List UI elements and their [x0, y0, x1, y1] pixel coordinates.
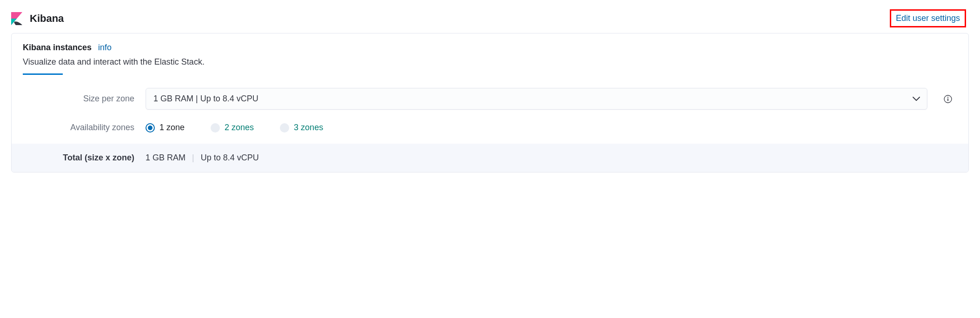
availability-zones-label: Availability zones [23, 123, 134, 132]
svg-point-1 [947, 97, 948, 98]
size-per-zone-label: Size per zone [23, 94, 134, 104]
edit-user-settings-link[interactable]: Edit user settings [896, 13, 960, 23]
title-group: Kibana [11, 12, 64, 25]
total-label: Total (size x zone) [23, 153, 134, 163]
divider: | [192, 153, 194, 163]
size-per-zone-select[interactable]: 1 GB RAM | Up to 8.4 vCPU [146, 88, 927, 110]
radio-icon [280, 123, 289, 132]
zones-radio-group: 1 zone 2 zones 3 zones [146, 123, 927, 132]
total-row: Total (size x zone) 1 GB RAM | Up to 8.4… [12, 144, 968, 172]
card-subtitle: Visualize data and interact with the Ela… [23, 57, 957, 67]
radio-icon [146, 123, 155, 132]
form-section: Size per zone 1 GB RAM | Up to 8.4 vCPU [12, 75, 968, 132]
radio-label-3: 3 zones [294, 123, 323, 132]
radio-icon [211, 123, 220, 132]
card-title: Kibana instances [23, 43, 92, 53]
zone-option-3[interactable]: 3 zones [280, 123, 323, 132]
info-link[interactable]: info [98, 43, 112, 53]
radio-label-1: 1 zone [159, 123, 185, 132]
page-header: Kibana Edit user settings [11, 9, 969, 27]
kibana-instances-card: Kibana instances info Visualize data and… [11, 33, 969, 172]
kibana-logo-icon [11, 12, 22, 25]
zone-option-2[interactable]: 2 zones [211, 123, 254, 132]
page-title: Kibana [30, 13, 64, 25]
radio-label-2: 2 zones [225, 123, 254, 132]
svg-rect-2 [947, 98, 948, 101]
availability-zones-row: Availability zones 1 zone 2 zones 3 zone… [23, 123, 957, 132]
card-header: Kibana instances info Visualize data and… [12, 33, 968, 75]
zone-option-1[interactable]: 1 zone [146, 123, 185, 132]
total-cpu: Up to 8.4 vCPU [201, 153, 259, 163]
size-per-zone-row: Size per zone 1 GB RAM | Up to 8.4 vCPU [23, 88, 957, 110]
edit-link-highlight: Edit user settings [890, 9, 966, 27]
info-icon[interactable] [939, 95, 957, 103]
total-value: 1 GB RAM | Up to 8.4 vCPU [146, 153, 927, 163]
total-ram: 1 GB RAM [146, 153, 185, 163]
